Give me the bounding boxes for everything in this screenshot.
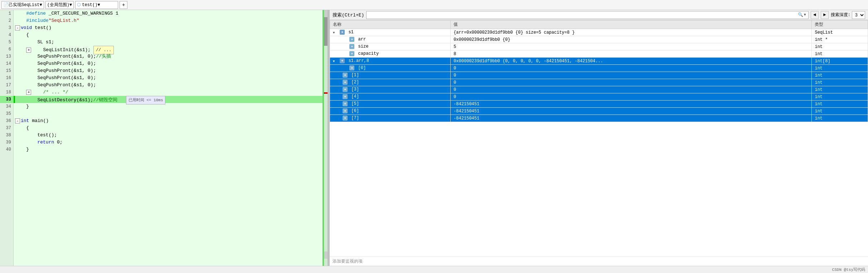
table-row-idx3[interactable]: ◈ [3] 0 int bbox=[330, 86, 868, 93]
main-parens: () bbox=[43, 118, 49, 123]
file-dropdown-label: 己实现SeqList bbox=[9, 2, 39, 8]
main-area: 1 2 3 4 5 6 13 14 15 16 17 18 33 34 35 3… bbox=[0, 10, 868, 266]
idx5-icon: ◈ bbox=[343, 101, 348, 106]
watch-search-input-container[interactable]: 🔍 ▼ bbox=[366, 11, 808, 19]
table-row-size[interactable]: ◈ size 5 int bbox=[330, 43, 868, 50]
s1arr8-type: int[8] bbox=[812, 58, 868, 65]
table-row-idx7[interactable]: ◈ [7] -842150451 int bbox=[330, 115, 868, 122]
idx3-name-text: [3] bbox=[351, 87, 359, 92]
arr-value: 0x00000239d1df9bb0 {0} bbox=[451, 36, 812, 43]
idx7-value: -842150451 bbox=[451, 115, 812, 122]
scrollbar-top-btn[interactable] bbox=[324, 10, 328, 17]
s1-name-text: s1 bbox=[348, 30, 353, 35]
idx1-value: 0 bbox=[451, 72, 812, 79]
code-line-17: SeqPushPront(&s1, 0); bbox=[15, 82, 323, 89]
collapse-btn-36[interactable]: - bbox=[15, 118, 20, 123]
test-call: test(); bbox=[37, 132, 57, 138]
capacity-name-text: capacity bbox=[358, 52, 379, 57]
idx1-name-text: [1] bbox=[351, 73, 359, 78]
line-num-4: 4 bbox=[0, 31, 13, 39]
code-scrollbar[interactable] bbox=[323, 10, 328, 266]
table-row-s1[interactable]: ◈ s1 {arr=0x00000239d1df9bb0 {0} size=5 … bbox=[330, 29, 868, 36]
table-row-idx1[interactable]: ◈ [1] 0 int bbox=[330, 72, 868, 79]
collapse-btn-3[interactable]: - bbox=[15, 25, 20, 30]
code-line-38: test(); bbox=[15, 132, 323, 139]
scope-dropdown[interactable]: (全局范围) ▼ bbox=[45, 1, 74, 9]
func-name-main: main bbox=[32, 118, 43, 123]
watch-toolbar: 搜索(Ctrl+E) 🔍 ▼ ◄ ► 搜索深度: 3 1 2 4 5 bbox=[330, 10, 868, 20]
collapse-btn-6[interactable]: + bbox=[26, 48, 31, 53]
add-watch-area[interactable]: 添加要监视的项 bbox=[330, 257, 868, 266]
forward-button[interactable]: ► bbox=[821, 11, 829, 19]
idx3-name: ◈ [3] bbox=[330, 86, 451, 93]
s1-expand-arrow[interactable] bbox=[333, 30, 337, 35]
return-val: 0; bbox=[57, 140, 63, 145]
back-button[interactable]: ◄ bbox=[811, 11, 819, 19]
code-content: 1 2 3 4 5 6 13 14 15 16 17 18 33 34 35 3… bbox=[0, 10, 328, 266]
s1-value: {arr=0x00000239d1df9bb0 {0} size=5 capac… bbox=[451, 29, 812, 36]
watch-search-input[interactable] bbox=[369, 13, 797, 18]
status-bar: CSDN @tsy写代码 bbox=[0, 266, 868, 273]
void-kw: void bbox=[21, 25, 32, 30]
idx1-name: ◈ [1] bbox=[330, 72, 451, 79]
seqlistinit-call: SeqListInit(&s1); bbox=[43, 47, 91, 53]
capacity-value: 8 bbox=[451, 50, 812, 58]
scrollbar-thumb[interactable] bbox=[324, 17, 328, 46]
s1arr8-name-text: s1.arr,8 bbox=[348, 59, 369, 64]
table-row-capacity[interactable]: ◈ capacity 8 int bbox=[330, 50, 868, 58]
idx2-icon: ◈ bbox=[343, 80, 348, 85]
line-numbers: 1 2 3 4 5 6 13 14 15 16 17 18 33 34 35 3… bbox=[0, 10, 14, 266]
func-parens: () bbox=[46, 25, 52, 30]
file-dropdown[interactable]: 📄 己实现SeqList ▼ bbox=[1, 1, 44, 9]
code-line-14: SeqPushPront(&s1, 0); bbox=[15, 60, 323, 67]
idx2-name-text: [2] bbox=[351, 80, 359, 85]
code-lines: #define _CRT_SECURE_NO_WARNINGS 1 #inclu… bbox=[14, 10, 323, 266]
file-icon: 📄 bbox=[3, 2, 9, 8]
table-row-idx2[interactable]: ◈ [2] 0 int bbox=[330, 79, 868, 86]
watch-toolbar-label: 搜索(Ctrl+E) bbox=[333, 12, 364, 18]
code-line-15: SeqPushPront(&s1, 0); bbox=[15, 67, 323, 74]
arr-name: ◈ arr bbox=[330, 36, 451, 43]
func-dropdown[interactable]: ⬡ test() ▼ bbox=[75, 1, 118, 9]
capacity-var-icon: ◈ bbox=[349, 51, 354, 56]
code-line-16: SeqPushPront(&s1, 0); bbox=[15, 74, 323, 82]
idx4-icon: ◈ bbox=[343, 94, 348, 99]
s1arr8-expand-arrow[interactable] bbox=[333, 59, 337, 64]
table-row-s1arr8[interactable]: ◈ s1.arr,8 0x00000239d1df9bb0 {0, 0, 0, … bbox=[330, 58, 868, 65]
search-icon: 🔍 bbox=[798, 12, 803, 18]
expand-button[interactable]: + bbox=[120, 1, 127, 9]
collapse-btn-18[interactable]: + bbox=[26, 90, 31, 95]
code-line-40: } bbox=[15, 146, 323, 153]
table-row-arr[interactable]: ◈ arr 0x00000239d1df9bb0 {0} int * bbox=[330, 36, 868, 43]
func-dropdown-label: test() bbox=[82, 3, 97, 8]
table-row-idx0[interactable]: ◈ [0] 0 int bbox=[330, 65, 868, 72]
define-keyword: #define bbox=[26, 11, 46, 16]
line-num-33: 33 bbox=[0, 96, 13, 103]
code-line-2: #include"SeqList.h" bbox=[15, 17, 323, 24]
table-row-idx6[interactable]: ◈ [6] -842150451 int bbox=[330, 108, 868, 115]
s1arr8-var-icon: ◈ bbox=[340, 58, 345, 63]
line-num-1: 1 bbox=[0, 10, 13, 17]
chevron-down-icon: ▼ bbox=[39, 3, 42, 8]
scrollbar-bottom-btn[interactable] bbox=[324, 252, 328, 259]
expand-icon: + bbox=[122, 2, 125, 8]
col-header-value: 值 bbox=[451, 20, 812, 29]
comment-18: /* ... */ bbox=[43, 89, 68, 95]
idx3-icon: ◈ bbox=[343, 87, 348, 92]
scope-dropdown-label: (全局范围) bbox=[47, 2, 69, 8]
size-var-icon: ◈ bbox=[349, 44, 354, 49]
sl-type: SL bbox=[37, 39, 43, 45]
capacity-type: int bbox=[812, 50, 868, 58]
idx6-value: -842150451 bbox=[451, 108, 812, 115]
idx4-value: 0 bbox=[451, 93, 812, 101]
chevron-down-icon-search[interactable]: ▼ bbox=[804, 13, 806, 17]
idx0-name-text: [0] bbox=[358, 66, 366, 71]
table-row-idx4[interactable]: ◈ [4] 0 int bbox=[330, 93, 868, 101]
idx2-value: 0 bbox=[451, 79, 812, 86]
line-num-39: 39 bbox=[0, 139, 13, 146]
arr-type: int * bbox=[812, 36, 868, 43]
line-num-16: 16 bbox=[0, 74, 13, 82]
code-line-4: { bbox=[15, 31, 323, 39]
depth-dropdown[interactable]: 3 1 2 4 5 bbox=[852, 11, 865, 19]
table-row-idx5[interactable]: ◈ [5] -842150451 int bbox=[330, 101, 868, 108]
